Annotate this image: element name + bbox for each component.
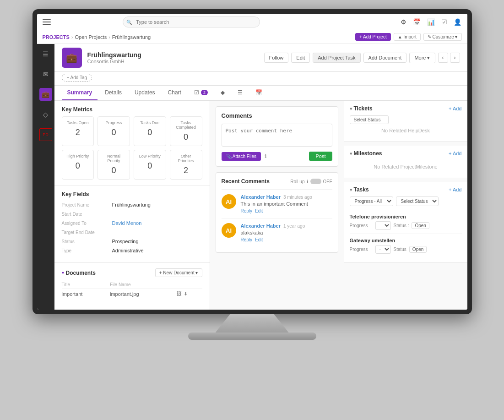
tab-chart-label: Chart	[168, 89, 181, 96]
import-button[interactable]: ▲ Import	[394, 33, 421, 41]
field-type-label: Type	[62, 248, 112, 253]
rollup-toggle-off[interactable]	[310, 179, 321, 184]
tasks-toggle-icon: ▾	[350, 187, 352, 192]
field-project-name-value: Frühlingswartung	[112, 202, 202, 207]
comment-author-1[interactable]: Alexander Haber	[241, 194, 281, 200]
task-row-2: Progress - Status Open	[350, 245, 462, 254]
tab-details[interactable]: Details	[99, 86, 127, 100]
task-progress-select-1[interactable]: -	[375, 221, 391, 230]
add-project-task-button[interactable]: Add Project Task	[313, 53, 360, 63]
user-icon[interactable]: 👤	[454, 18, 461, 26]
sidebar-mail-icon[interactable]: ✉	[39, 68, 52, 81]
reply-link-1[interactable]: Reply	[241, 208, 253, 213]
diamond-tab-icon: ◆	[221, 89, 225, 96]
doc-col-title: Title	[62, 281, 110, 289]
tab-calendar-icon[interactable]: 📅	[250, 86, 268, 100]
milestones-add-button[interactable]: + Add	[449, 151, 461, 156]
metric-tasks-open: Tasks Open 2	[62, 116, 94, 146]
comment-input[interactable]	[222, 124, 332, 147]
tasks-tab-icon: ☑	[194, 89, 199, 96]
field-project-name: Project Name Frühlingswartung	[62, 202, 202, 207]
comment-avatar-1: AI	[222, 194, 236, 209]
metric-tasks-open-value: 2	[66, 128, 90, 137]
field-assigned-label: Assigned To	[62, 220, 112, 226]
tasks-progress-filter[interactable]: Progress - All	[350, 196, 393, 206]
search-input[interactable]	[123, 16, 260, 27]
add-document-button[interactable]: Add Document	[363, 53, 407, 63]
tickets-no-related: No Related HelpDesk	[350, 124, 462, 137]
hamburger-menu[interactable]	[43, 19, 51, 25]
tab-chart[interactable]: Chart	[163, 86, 187, 100]
tasks-header: ▾ Tasks + Add	[350, 186, 462, 193]
add-tag-row: + Add Tag	[54, 72, 467, 86]
comment-author-2[interactable]: Alexander Haber	[241, 223, 281, 229]
milestones-section: ▾ Milestones + Add No Related ProjectMil…	[344, 146, 467, 178]
sidebar-home-icon[interactable]: ☰	[39, 48, 52, 60]
prev-arrow[interactable]: ‹	[438, 53, 448, 63]
metric-normal-priority: Normal Priority 0	[98, 150, 130, 180]
metric-high-priority-value: 0	[66, 161, 90, 171]
tickets-status-select[interactable]: Select Status	[350, 115, 389, 124]
edit-button[interactable]: Edit	[291, 53, 310, 63]
tab-details-label: Details	[105, 89, 122, 96]
reply-link-2[interactable]: Reply	[241, 237, 253, 242]
field-start-date: Start Date	[62, 211, 202, 217]
follow-button[interactable]: Follow	[264, 53, 289, 63]
comment-links-1: Reply Edit	[241, 208, 332, 213]
tab-tasks-icon[interactable]: ☑ 2	[189, 86, 213, 100]
doc-download-icon[interactable]: ⬇	[184, 291, 188, 297]
milestones-toggle-icon: ▾	[350, 151, 352, 156]
task-progress-select-2[interactable]: -	[375, 245, 391, 254]
tab-diamond-icon[interactable]: ◆	[215, 86, 230, 100]
sidebar-diamond-icon[interactable]: ◇	[39, 108, 52, 121]
task-item-2: Gateway umstellen Progress - Status Open	[350, 234, 462, 257]
tab-list-icon[interactable]: ☰	[232, 86, 248, 100]
check-icon[interactable]: ☑	[441, 18, 447, 26]
attach-files-button[interactable]: 📎 Attach Files	[222, 152, 261, 161]
project-name: Frühlingswartung	[87, 51, 259, 59]
tasks-status-filter[interactable]: Select Status	[396, 196, 439, 206]
doc-title-cell: important	[62, 289, 110, 299]
field-type: Type Administrative	[62, 248, 202, 253]
sidebar-projects-icon[interactable]: 💼	[39, 88, 52, 101]
settings-icon[interactable]: ⚙	[401, 18, 406, 26]
brand-label[interactable]: PROJECTS	[43, 34, 70, 40]
breadcrumb-open-projects[interactable]: Open Projects	[75, 34, 107, 40]
edit-link-1[interactable]: Edit	[255, 208, 263, 213]
rollup-toggle: Roll up ℹ OFF	[290, 179, 332, 184]
customize-button[interactable]: ✎ Customize ▾	[423, 33, 462, 41]
task-progress-label-2: Progress	[350, 247, 373, 252]
doc-toggle-icon[interactable]: ▾	[62, 270, 64, 275]
chart-icon[interactable]: 📊	[427, 18, 435, 26]
field-assigned-value[interactable]: David Menon	[112, 220, 202, 226]
project-logo: 💼	[62, 48, 82, 68]
tab-updates[interactable]: Updates	[129, 86, 161, 100]
app-body: ☰ ✉ 💼 ◇ PD 💼 Frühlingswartung Consortis …	[37, 44, 467, 310]
doc-action-icons: 🖼 ⬇	[177, 291, 202, 297]
doc-col-actions	[177, 281, 202, 289]
task-status-value-2[interactable]: Open	[409, 246, 427, 253]
tickets-add-button[interactable]: + Add	[449, 106, 461, 111]
add-tag-button[interactable]: + Add Tag	[62, 74, 92, 82]
tickets-header: ▾ Tickets + Add	[350, 105, 462, 112]
project-info: Frühlingswartung Consortis GmbH	[87, 51, 259, 64]
next-arrow[interactable]: ›	[450, 53, 460, 63]
top-bar-right: ⚙ 📅 📊 ☑ 👤	[401, 18, 461, 26]
main-panels: Key Metrics Tasks Open 2 Progress 0	[54, 101, 467, 310]
field-status-value: Prospecting	[112, 239, 202, 244]
task-status-value-1[interactable]: Open	[412, 222, 429, 229]
more-button[interactable]: More ▾	[409, 53, 435, 63]
calendar-icon[interactable]: 📅	[413, 18, 421, 26]
add-project-button[interactable]: + Add Project	[355, 33, 391, 41]
sidebar-pdf-icon[interactable]: PD	[39, 128, 52, 141]
rollup-info-icon: ℹ	[307, 179, 309, 184]
tab-summary[interactable]: Summary	[62, 86, 98, 100]
new-document-button[interactable]: + New Document ▾	[155, 268, 202, 277]
tasks-section: ▾ Tasks + Add Progress - All Sel	[344, 182, 467, 262]
key-metrics-title: Key Metrics	[54, 101, 210, 116]
tasks-add-button[interactable]: + Add	[449, 187, 461, 192]
doc-image-icon[interactable]: 🖼	[177, 291, 182, 297]
post-button[interactable]: Post	[309, 152, 332, 161]
edit-link-2[interactable]: Edit	[255, 237, 263, 242]
comment-avatar-2: AI	[222, 223, 236, 238]
